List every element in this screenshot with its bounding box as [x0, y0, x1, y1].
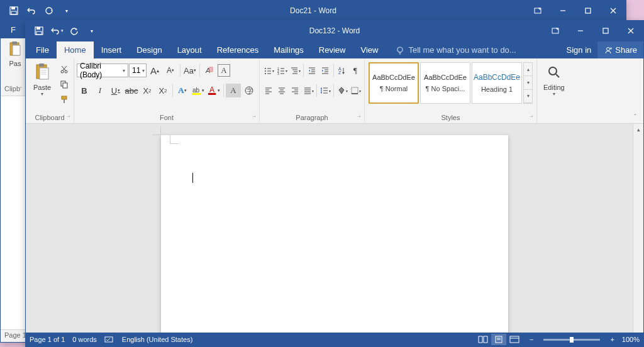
editing-dropdown[interactable]: Editing ▾ — [540, 61, 569, 98]
bold-button[interactable]: B — [77, 84, 92, 97]
style-no-spacing[interactable]: AaBbCcDdEe ¶ No Spaci... — [420, 62, 470, 104]
superscript-button[interactable]: X2 — [155, 84, 170, 97]
minimize-icon[interactable] — [550, 1, 575, 21]
numbering-icon[interactable]: 123▾ — [275, 63, 288, 77]
borders-icon[interactable]: ▾ — [349, 84, 362, 97]
align-center-icon[interactable] — [275, 84, 288, 97]
tell-me-search[interactable]: Tell me what you want to do... — [391, 41, 560, 58]
svg-rect-43 — [192, 93, 201, 95]
maximize-icon[interactable] — [593, 21, 618, 41]
tab-file-back[interactable]: F — [3, 21, 23, 38]
style-heading-1[interactable]: AaBbCcDdEe Heading 1 — [472, 62, 522, 104]
undo-icon[interactable]: ▾ — [48, 23, 65, 39]
tab-home[interactable]: Home — [57, 41, 94, 58]
save-icon[interactable] — [31, 23, 47, 39]
maximize-icon[interactable] — [575, 1, 601, 21]
zoom-slider[interactable] — [543, 339, 600, 341]
sort-icon[interactable]: AZ — [336, 63, 348, 77]
svg-point-20 — [397, 47, 402, 52]
qat-customize-icon[interactable]: ▾ — [58, 3, 75, 19]
tab-mailings[interactable]: Mailings — [266, 41, 311, 58]
share-button[interactable]: Share — [597, 41, 643, 58]
collapse-ribbon-icon[interactable]: ˆ — [630, 112, 641, 122]
spell-check-icon[interactable] — [104, 336, 114, 343]
redo-icon[interactable] — [66, 23, 82, 39]
ribbon-display-icon[interactable] — [543, 21, 568, 41]
cut-icon[interactable] — [57, 62, 71, 76]
strikethrough-button[interactable]: abc — [124, 84, 139, 97]
enclose-characters-icon[interactable]: 字 — [242, 84, 257, 97]
justify-icon[interactable]: ▾ — [302, 84, 314, 97]
tab-design[interactable]: Design — [129, 41, 169, 58]
more-styles-icon[interactable]: ▾ — [524, 90, 532, 103]
sign-in-link[interactable]: Sign in — [560, 41, 598, 58]
change-case-icon[interactable]: Aa▾ — [182, 63, 197, 77]
text-effects-icon[interactable]: A▾ — [175, 84, 190, 97]
svg-rect-6 — [586, 8, 591, 13]
redo-icon[interactable] — [41, 3, 57, 19]
align-right-icon[interactable] — [289, 84, 301, 97]
style-normal[interactable]: AaBbCcDdEe ¶ Normal — [369, 62, 419, 104]
italic-button[interactable]: I — [92, 84, 108, 97]
shading-icon[interactable]: ▾ — [336, 84, 348, 97]
zoom-level[interactable]: 100% — [622, 336, 640, 343]
line-spacing-icon[interactable]: ▾ — [319, 84, 331, 97]
zoom-out-icon[interactable]: − — [530, 336, 533, 343]
format-painter-icon[interactable] — [57, 92, 71, 106]
word-count[interactable]: 0 words — [72, 336, 97, 343]
tab-layout[interactable]: Layout — [170, 41, 209, 58]
close-icon[interactable] — [618, 21, 643, 41]
subscript-button[interactable]: X2 — [140, 84, 155, 97]
bullets-icon[interactable]: ▾ — [262, 63, 275, 77]
titlebar-back[interactable]: ▾ Doc21 - Word — [1, 1, 626, 21]
page-count[interactable]: Page 1 of 1 — [30, 336, 65, 343]
tab-insert[interactable]: Insert — [94, 41, 130, 58]
font-size-select[interactable]: 11▾ — [129, 63, 147, 77]
ribbon-display-icon[interactable] — [525, 1, 550, 21]
decrease-indent-icon[interactable] — [306, 63, 318, 77]
tab-review[interactable]: Review — [311, 41, 353, 58]
scroll-up-icon[interactable]: ▴ — [633, 124, 643, 135]
tab-view[interactable]: View — [353, 41, 386, 58]
close-icon[interactable] — [601, 1, 626, 21]
titlebar[interactable]: ▾ ▾ Doc132 - Word — [26, 21, 643, 41]
tab-references[interactable]: References — [209, 41, 266, 58]
multilevel-list-icon[interactable]: ▾ — [289, 63, 301, 77]
web-layout-icon[interactable] — [507, 334, 522, 345]
window-title: Doc132 - Word — [309, 26, 360, 35]
document-page[interactable] — [161, 135, 508, 333]
highlight-icon[interactable]: ab▾ — [191, 84, 206, 97]
clear-formatting-icon[interactable]: A — [202, 63, 217, 77]
zoom-in-icon[interactable]: + — [610, 336, 614, 343]
vertical-scrollbar[interactable]: ▴ — [633, 124, 643, 333]
read-mode-icon[interactable] — [475, 334, 491, 345]
chevron-up-icon[interactable]: ▴ — [524, 63, 532, 76]
document-area[interactable]: ▴ — [26, 124, 643, 333]
svg-rect-13 — [36, 27, 40, 30]
grow-font-icon[interactable]: A▴ — [147, 63, 162, 77]
chevron-down-icon[interactable]: ▾ — [524, 76, 532, 89]
save-icon[interactable] — [6, 3, 22, 19]
svg-text:字: 字 — [247, 87, 253, 94]
character-border-icon[interactable]: A — [218, 64, 230, 77]
shrink-font-icon[interactable]: A▾ — [163, 63, 178, 77]
copy-icon[interactable] — [57, 77, 71, 91]
font-name-select[interactable]: Calibri (Body)▾ — [77, 63, 128, 77]
font-color-icon[interactable]: A▾ — [206, 84, 221, 97]
align-left-icon[interactable] — [262, 84, 275, 97]
paste-button-back[interactable]: Pas — [2, 40, 28, 69]
print-layout-icon[interactable] — [491, 334, 506, 345]
foreground-word-window: ▾ ▾ Doc132 - Word File Home Insert Desig… — [25, 20, 644, 347]
underline-button[interactable]: U▾ — [108, 84, 123, 97]
tab-file[interactable]: File — [28, 41, 57, 58]
language-status[interactable]: English (United States) — [122, 336, 193, 343]
qat-customize-icon[interactable]: ▾ — [84, 23, 100, 39]
minimize-icon[interactable] — [568, 21, 593, 41]
show-hide-icon[interactable]: ¶ — [349, 63, 362, 77]
paste-button[interactable]: Paste ▾ — [28, 61, 56, 98]
character-shading-icon[interactable]: A — [226, 84, 241, 97]
svg-rect-105 — [510, 336, 519, 343]
style-gallery-scroll[interactable]: ▴ ▾ ▾ — [523, 62, 533, 104]
increase-indent-icon[interactable] — [319, 63, 331, 77]
undo-icon[interactable] — [23, 3, 40, 19]
